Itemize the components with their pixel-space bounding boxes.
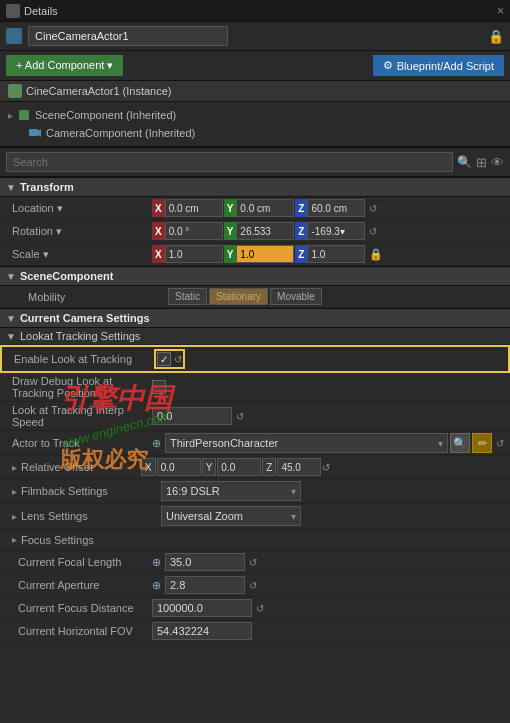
camera-settings-header[interactable]: ▼ Current Camera Settings (0, 308, 510, 328)
location-row: Location ▾ X Y Z ↺ (0, 197, 510, 220)
add-component-button[interactable]: + Add Component ▾ (6, 55, 123, 76)
actor-track-reset[interactable]: ↺ (496, 438, 504, 449)
rotation-label[interactable]: Rotation ▾ (12, 225, 152, 238)
transform-arrow: ▼ (6, 182, 16, 193)
relative-offset-expand[interactable]: ▸ (12, 462, 17, 473)
svg-marker-2 (38, 129, 41, 137)
actor-track-dropdown-text: ThirdPersonCharacter (170, 437, 278, 449)
instance-label-text: CineCameraActor1 (Instance) (26, 85, 172, 97)
location-x-field[interactable] (165, 199, 223, 217)
transform-section-header[interactable]: ▼ Transform (0, 177, 510, 197)
location-label[interactable]: Location ▾ (12, 202, 152, 215)
focus-expand[interactable]: ▸ (12, 534, 17, 545)
search-icon[interactable]: 🔍 (457, 155, 472, 169)
interp-speed-label: Look at Tracking Interp Speed (12, 404, 152, 428)
aperture-reset[interactable]: ↺ (249, 580, 257, 591)
lens-row: ▸ Lens Settings Universal Zoom ▾ (0, 504, 510, 529)
interp-speed-reset[interactable]: ↺ (236, 411, 244, 422)
mobility-movable[interactable]: Movable (270, 288, 322, 305)
lens-label: Lens Settings (21, 510, 161, 522)
filmback-arrow: ▾ (291, 486, 296, 497)
filmback-expand[interactable]: ▸ (12, 486, 17, 497)
focal-length-field[interactable] (165, 553, 245, 571)
mobility-static[interactable]: Static (168, 288, 207, 305)
aperture-field[interactable] (165, 576, 245, 594)
scale-y-field[interactable] (236, 245, 294, 263)
location-xyz: X Y Z (152, 199, 365, 217)
actor-name-input[interactable] (28, 26, 228, 46)
lens-dropdown[interactable]: Universal Zoom ▾ (161, 506, 301, 526)
tree-arrow-scene: ▸ (8, 110, 13, 121)
actor-track-label: Actor to Track (12, 437, 152, 449)
tree-item-scene[interactable]: ▸ SceneComponent (Inherited) (0, 106, 510, 124)
focal-length-icon: ⊕ (152, 556, 161, 569)
lookat-tracking-header[interactable]: ▼ Lookat Tracking Settings (0, 328, 510, 345)
actor-track-dropdown[interactable]: ThirdPersonCharacter ▾ (165, 433, 448, 453)
draw-debug-value (152, 380, 504, 394)
focus-distance-reset[interactable]: ↺ (256, 603, 264, 614)
offset-y-field[interactable] (217, 458, 261, 476)
relative-offset-xyz: X Y Z ↺ (141, 458, 504, 476)
rotation-reset[interactable]: ↺ (369, 226, 377, 237)
offset-z-field[interactable] (277, 458, 321, 476)
interp-speed-field[interactable] (152, 407, 232, 425)
blueprint-button[interactable]: ⚙ Blueprint/Add Script (373, 55, 504, 76)
enable-lookat-checkbox[interactable] (157, 352, 171, 366)
search-bar: 🔍 ⊞ 👁 (0, 147, 510, 177)
scene-component-section-header[interactable]: ▼ SceneComponent (0, 266, 510, 286)
transform-title: Transform (20, 181, 74, 193)
horizontal-fov-field[interactable] (152, 622, 252, 640)
filmback-dropdown[interactable]: 16:9 DSLR ▾ (161, 481, 301, 501)
camera-settings-arrow: ▼ (6, 313, 16, 324)
tree-item-camera[interactable]: CameraComponent (Inherited) (0, 124, 510, 142)
location-y-input: Y (224, 199, 295, 217)
filmback-value: 16:9 DSLR ▾ (161, 481, 504, 501)
scene-component-arrow: ▼ (6, 271, 16, 282)
actor-track-search-btn[interactable]: 🔍 (450, 433, 470, 453)
scale-x-field[interactable] (165, 245, 223, 263)
z-label: Z (295, 199, 307, 217)
scale-label[interactable]: Scale ▾ (12, 248, 152, 261)
grid-icon[interactable]: ⊞ (476, 155, 487, 170)
scale-xyz: X Y Z (152, 245, 365, 263)
mobility-stationary[interactable]: Stationary (209, 288, 268, 305)
focal-length-reset[interactable]: ↺ (249, 557, 257, 568)
actor-icon (6, 28, 22, 44)
location-y-field[interactable] (236, 199, 294, 217)
scale-row: Scale ▾ X Y Z 🔒 (0, 243, 510, 266)
actor-track-value: ⊕ ThirdPersonCharacter ▾ 🔍 ✏ ↺ (152, 433, 504, 453)
rotation-x-input: X (152, 222, 223, 240)
scale-lock-icon[interactable]: 🔒 (369, 248, 383, 261)
offset-reset[interactable]: ↺ (322, 462, 330, 473)
rotation-y-field[interactable] (236, 222, 294, 240)
scale-z-field[interactable] (307, 245, 365, 263)
aperture-row: Current Aperture ⊕ ↺ (0, 574, 510, 597)
enable-lookat-value: ↺ (154, 349, 502, 369)
relative-offset-row: ▸ Relative Offset X Y Z ↺ (0, 456, 510, 479)
eye-icon[interactable]: 👁 (491, 155, 504, 170)
scene-component-icon (17, 108, 31, 122)
location-z-field[interactable] (307, 199, 365, 217)
ry-label: Y (224, 222, 237, 240)
relative-offset-label: Relative Offset (21, 461, 141, 473)
rotation-x-field[interactable] (165, 222, 223, 240)
lock-icon[interactable]: 🔒 (488, 29, 504, 44)
sx-label: X (152, 245, 165, 263)
rotation-row: Rotation ▾ X Y Z ↺ (0, 220, 510, 243)
offset-y-label: Y (202, 458, 217, 476)
focus-distance-field[interactable] (152, 599, 252, 617)
actor-track-edit-btn[interactable]: ✏ (472, 433, 492, 453)
search-input[interactable] (6, 152, 453, 172)
draw-debug-checkbox[interactable] (152, 380, 166, 394)
location-reset[interactable]: ↺ (369, 203, 377, 214)
focus-row: ▸ Focus Settings (0, 529, 510, 551)
button-bar: + Add Component ▾ ⚙ Blueprint/Add Script (0, 51, 510, 81)
close-button[interactable]: × (497, 4, 504, 18)
properties-panel: ▼ Transform Location ▾ X Y Z ↺ (0, 177, 510, 702)
enable-lookat-reset[interactable]: ↺ (174, 354, 182, 365)
svg-rect-1 (29, 129, 38, 136)
rotation-z-field[interactable] (307, 222, 365, 240)
lens-expand[interactable]: ▸ (12, 511, 17, 522)
offset-x-field[interactable] (157, 458, 201, 476)
rx-label: X (152, 222, 165, 240)
